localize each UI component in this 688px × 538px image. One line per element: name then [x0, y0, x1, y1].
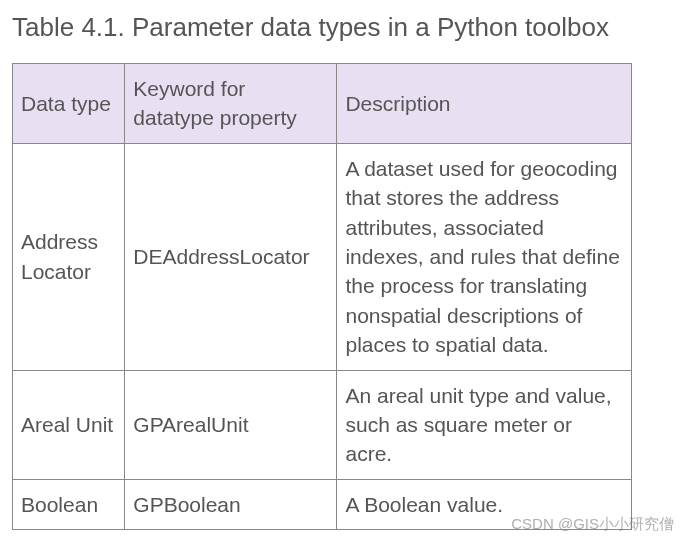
header-col-datatype: Data type — [13, 64, 125, 144]
header-col-description: Description — [337, 64, 632, 144]
watermark: CSDN @GIS小小研究僧 — [511, 515, 674, 534]
header-col-keyword: Keyword for datatype property — [125, 64, 337, 144]
cell-keyword: GPArealUnit — [125, 370, 337, 479]
cell-keyword: DEAddressLocator — [125, 143, 337, 370]
cell-keyword: GPBoolean — [125, 479, 337, 529]
table-row: Areal Unit GPArealUnit An areal unit typ… — [13, 370, 632, 479]
data-types-table: Data type Keyword for datatype property … — [12, 63, 632, 530]
table-header-row: Data type Keyword for datatype property … — [13, 64, 632, 144]
cell-datatype: Boolean — [13, 479, 125, 529]
cell-datatype: Areal Unit — [13, 370, 125, 479]
cell-description: An areal unit type and value, such as sq… — [337, 370, 632, 479]
table-title: Table 4.1. Parameter data types in a Pyt… — [12, 10, 676, 45]
table-row: Address Locator DEAddressLocator A datas… — [13, 143, 632, 370]
cell-datatype: Address Locator — [13, 143, 125, 370]
cell-description: A dataset used for geocoding that stores… — [337, 143, 632, 370]
